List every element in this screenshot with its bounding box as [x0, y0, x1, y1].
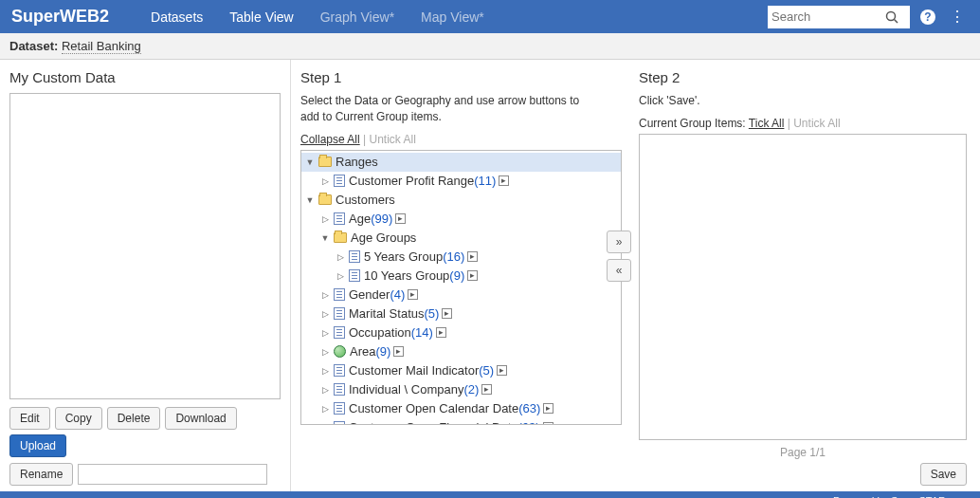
tree-row[interactable]: ▷Customer Open Financial Date (63)▸ — [301, 418, 621, 425]
triangle-right-icon[interactable]: ▷ — [320, 347, 330, 357]
tree-label[interactable]: 5 Years Group — [364, 249, 443, 264]
expand-icon[interactable]: ▸ — [543, 422, 554, 425]
tree-label[interactable]: Age — [349, 212, 371, 226]
upload-button[interactable]: Upload — [9, 434, 66, 457]
footer: Feedback Enquiry Need Help? Training Pow… — [0, 491, 980, 498]
expand-icon[interactable]: ▸ — [393, 346, 404, 357]
tree-label[interactable]: Customer Mail Indicator — [349, 363, 479, 378]
nav-table-view[interactable]: Table View — [216, 9, 306, 25]
triangle-right-icon[interactable]: ▷ — [320, 290, 330, 300]
tree-count: (16) — [443, 249, 464, 264]
expand-icon[interactable]: ▸ — [408, 289, 418, 300]
triangle-right-icon[interactable]: ▷ — [320, 176, 330, 186]
tree-row[interactable]: ▷Occupation (14)▸ — [301, 323, 621, 342]
copy-button[interactable]: Copy — [55, 407, 102, 430]
tree-label[interactable]: Customers — [336, 193, 395, 207]
expand-icon[interactable]: ▸ — [543, 403, 554, 414]
tree-label[interactable]: Occupation — [349, 325, 411, 340]
tree-row[interactable]: ▷Customer Mail Indicator (5)▸ — [301, 361, 621, 380]
tree-row[interactable]: ▼Ranges — [301, 153, 621, 172]
tree-label[interactable]: 10 Years Group — [364, 268, 449, 283]
triangle-right-icon[interactable]: ▷ — [320, 423, 330, 425]
tree-container[interactable]: ▼Ranges▷Customer Profit Range (11)▸▼Cust… — [300, 150, 622, 425]
tree-label[interactable]: Customer Open Financial Date — [349, 420, 517, 425]
sheet-icon — [334, 383, 345, 396]
search-input[interactable] — [771, 9, 885, 24]
kebab-menu-icon[interactable]: ⋮ — [946, 8, 969, 26]
triangle-right-icon[interactable]: ▷ — [320, 214, 330, 224]
tree-count: (99) — [371, 212, 392, 226]
collapse-all-link[interactable]: Collapse All — [300, 133, 360, 146]
rename-input[interactable] — [78, 464, 267, 485]
sheet-icon — [334, 421, 345, 425]
folder-icon — [318, 194, 332, 205]
untick-all-step1: Untick All — [370, 133, 416, 146]
tree-row[interactable]: ▷Age (99)▸ — [301, 210, 621, 229]
my-custom-data-title: My Custom Data — [9, 69, 281, 85]
expand-icon[interactable]: ▸ — [467, 270, 478, 281]
tree-row[interactable]: ▷Customer Open Calendar Date (63)▸ — [301, 399, 621, 418]
tree-count: (9) — [375, 344, 390, 359]
download-button[interactable]: Download — [165, 407, 236, 430]
tree-count: (63) — [517, 420, 539, 425]
tree-count: (4) — [390, 287, 405, 302]
dataset-label: Dataset: — [9, 39, 58, 53]
help-icon[interactable]: ? — [919, 9, 936, 26]
tree-label[interactable]: Marital Status — [349, 306, 424, 321]
tree-row[interactable]: ▷Gender (4)▸ — [301, 286, 621, 304]
delete-button[interactable]: Delete — [107, 407, 161, 430]
tree-row[interactable]: ▼Customers — [301, 191, 621, 210]
expand-icon[interactable]: ▸ — [467, 251, 478, 262]
tree-row[interactable]: ▷Marital Status (5)▸ — [301, 304, 621, 323]
tree-label[interactable]: Gender — [349, 287, 390, 302]
tree-row[interactable]: ▼Age Groups — [301, 229, 621, 248]
tree-row[interactable]: ▷Customer Profit Range (11)▸ — [301, 172, 621, 191]
sheet-icon — [334, 307, 345, 320]
folder-icon — [334, 232, 347, 243]
triangle-down-icon[interactable]: ▼ — [320, 233, 330, 243]
expand-icon[interactable]: ▸ — [499, 175, 509, 186]
tree-row[interactable]: ▷Individual \ Company (2)▸ — [301, 380, 621, 399]
triangle-right-icon[interactable]: ▷ — [320, 366, 330, 376]
triangle-right-icon[interactable]: ▷ — [320, 404, 330, 414]
triangle-right-icon[interactable]: ▷ — [320, 328, 330, 338]
add-arrow-button[interactable]: » — [607, 231, 631, 253]
tree-row[interactable]: ▷10 Years Group (9)▸ — [301, 267, 621, 286]
expand-icon[interactable]: ▸ — [442, 308, 452, 319]
expand-icon[interactable]: ▸ — [436, 327, 446, 338]
tree-label[interactable]: Area — [350, 344, 375, 359]
tree-label[interactable]: Customer Profit Range — [349, 174, 474, 188]
step1-instruction: Select the Data or Geography and use arr… — [300, 93, 585, 125]
tree-row[interactable]: ▷5 Years Group (16)▸ — [301, 248, 621, 267]
triangle-right-icon[interactable]: ▷ — [320, 309, 330, 319]
edit-button[interactable]: Edit — [9, 407, 50, 430]
current-group-box — [639, 134, 967, 440]
save-button[interactable]: Save — [920, 463, 967, 486]
triangle-down-icon[interactable]: ▼ — [305, 157, 315, 167]
triangle-right-icon[interactable]: ▷ — [320, 385, 330, 395]
tree-row[interactable]: ▷Area (9)▸ — [301, 342, 621, 361]
expand-icon[interactable]: ▸ — [497, 365, 507, 376]
tree-count: (5) — [424, 306, 439, 321]
custom-data-box — [9, 93, 281, 399]
expand-icon[interactable]: ▸ — [395, 213, 406, 224]
nav-datasets[interactable]: Datasets — [137, 9, 216, 25]
tree-label[interactable]: Age Groups — [351, 231, 416, 245]
tree-label[interactable]: Individual \ Company — [349, 382, 463, 397]
tree-count: (63) — [518, 401, 540, 415]
remove-arrow-button[interactable]: « — [607, 259, 631, 282]
search-icon[interactable] — [885, 10, 898, 24]
triangle-down-icon[interactable]: ▼ — [305, 195, 315, 205]
triangle-right-icon[interactable]: ▷ — [336, 252, 345, 262]
dataset-name[interactable]: Retail Banking — [62, 39, 141, 54]
rename-button[interactable]: Rename — [9, 463, 73, 486]
expand-icon[interactable]: ▸ — [481, 384, 492, 395]
triangle-right-icon[interactable]: ▷ — [336, 271, 345, 281]
step2-title: Step 2 — [639, 69, 967, 85]
sheet-icon — [334, 326, 345, 339]
svg-point-0 — [887, 11, 896, 20]
svg-text:?: ? — [924, 10, 931, 24]
tick-all-link[interactable]: Tick All — [749, 117, 785, 130]
tree-label[interactable]: Ranges — [336, 155, 378, 169]
tree-label[interactable]: Customer Open Calendar Date — [349, 401, 518, 415]
